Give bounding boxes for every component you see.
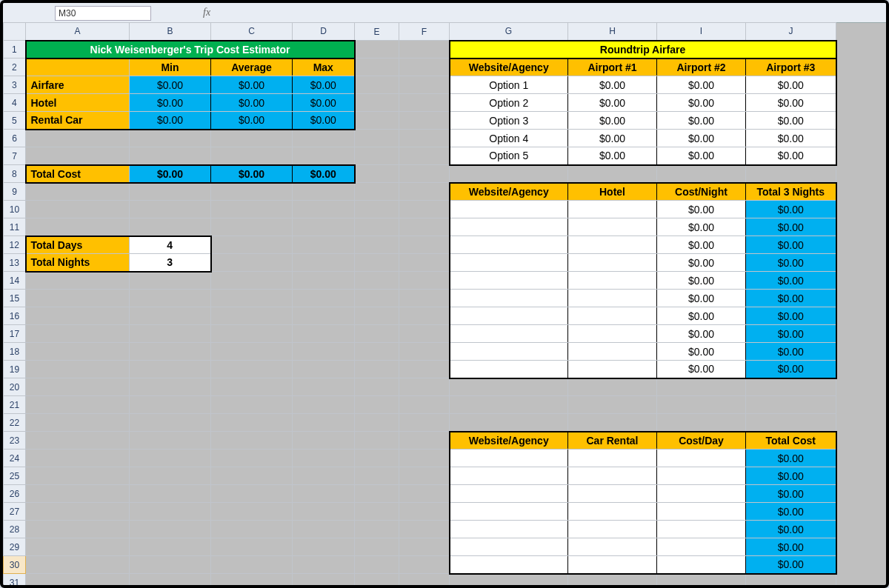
cell-C25[interactable] (211, 467, 293, 485)
cell-H22[interactable] (568, 414, 657, 432)
cell-B11[interactable] (130, 218, 211, 236)
cell-H12[interactable] (568, 236, 657, 254)
cell-J8[interactable] (746, 165, 836, 183)
cell-G1[interactable]: Roundtrip Airfare (450, 41, 836, 59)
cell-A18[interactable] (26, 343, 130, 361)
row-header-29[interactable]: 29 (4, 538, 26, 556)
cell-B20[interactable] (130, 378, 211, 396)
name-box[interactable]: M30 (55, 6, 151, 21)
cell-B28[interactable] (130, 521, 211, 538)
cell-I3[interactable]: $0.00 (657, 76, 746, 94)
cell-E8[interactable] (355, 165, 399, 183)
cell-A3[interactable]: Airfare (26, 76, 130, 94)
row-header-8[interactable]: 8 (4, 165, 26, 183)
cell-I17[interactable]: $0.00 (657, 325, 746, 343)
cell-F10[interactable] (399, 201, 450, 218)
cell-D7[interactable] (293, 147, 355, 165)
cell-E3[interactable] (355, 76, 399, 94)
row-header-21[interactable]: 21 (4, 396, 26, 414)
cell-H9[interactable]: Hotel (568, 183, 657, 201)
cell-A29[interactable] (26, 538, 130, 556)
cell-F17[interactable] (399, 325, 450, 343)
cell-I26[interactable] (657, 485, 746, 503)
cell-H14[interactable] (568, 272, 657, 290)
cell-D16[interactable] (293, 307, 355, 325)
col-header-C[interactable]: C (211, 23, 293, 41)
row-header-26[interactable]: 26 (4, 485, 26, 503)
cell-J12[interactable]: $0.00 (746, 236, 836, 254)
cell-B31[interactable] (130, 574, 211, 586)
cell-F6[interactable] (399, 130, 450, 147)
cell-I29[interactable] (657, 538, 746, 556)
row-header-30[interactable]: 30 (4, 556, 26, 574)
cell-H13[interactable] (568, 254, 657, 272)
cell-C29[interactable] (211, 538, 293, 556)
cell-A12[interactable]: Total Days (26, 236, 130, 254)
cell-D12[interactable] (293, 236, 355, 254)
cell-A28[interactable] (26, 521, 130, 538)
cell-D30[interactable] (293, 556, 355, 574)
cell-F5[interactable] (399, 112, 450, 130)
cell-C19[interactable] (211, 361, 293, 378)
cell-H24[interactable] (568, 450, 657, 467)
cell-D15[interactable] (293, 290, 355, 307)
cell-H30[interactable] (568, 556, 657, 574)
row-header-15[interactable]: 15 (4, 290, 26, 307)
row-header-16[interactable]: 16 (4, 307, 26, 325)
cell-J17[interactable]: $0.00 (746, 325, 836, 343)
row-header-1[interactable]: 1 (4, 41, 26, 59)
cell-G4[interactable]: Option 2 (450, 94, 568, 112)
cell-G5[interactable]: Option 3 (450, 112, 568, 130)
cell-A4[interactable]: Hotel (26, 94, 130, 112)
cell-H3[interactable]: $0.00 (568, 76, 657, 94)
cell-A8[interactable]: Total Cost (26, 165, 130, 183)
fx-icon[interactable]: fx (203, 6, 216, 19)
cell-A9[interactable] (26, 183, 130, 201)
cell-I20[interactable] (657, 378, 746, 396)
cell-I31[interactable] (657, 574, 746, 586)
cell-F23[interactable] (399, 432, 450, 450)
row-header-18[interactable]: 18 (4, 343, 26, 361)
cell-J6[interactable]: $0.00 (746, 130, 836, 147)
cell-I19[interactable]: $0.00 (657, 361, 746, 378)
cell-B7[interactable] (130, 147, 211, 165)
cell-J5[interactable]: $0.00 (746, 112, 836, 130)
cell-D2[interactable]: Max (293, 59, 355, 76)
cell-J4[interactable]: $0.00 (746, 94, 836, 112)
cell-E11[interactable] (355, 218, 399, 236)
row-header-14[interactable]: 14 (4, 272, 26, 290)
cell-G21[interactable] (450, 396, 568, 414)
row-header-17[interactable]: 17 (4, 325, 26, 343)
cell-D6[interactable] (293, 130, 355, 147)
cell-I4[interactable]: $0.00 (657, 94, 746, 112)
cell-F19[interactable] (399, 361, 450, 378)
cell-E23[interactable] (355, 432, 399, 450)
cell-F14[interactable] (399, 272, 450, 290)
cell-D10[interactable] (293, 201, 355, 218)
cell-I8[interactable] (657, 165, 746, 183)
cell-J27[interactable]: $0.00 (746, 503, 836, 521)
cell-G17[interactable] (450, 325, 568, 343)
cell-I28[interactable] (657, 521, 746, 538)
cell-A10[interactable] (26, 201, 130, 218)
cell-H8[interactable] (568, 165, 657, 183)
cell-C9[interactable] (211, 183, 293, 201)
cell-I15[interactable]: $0.00 (657, 290, 746, 307)
row-header-23[interactable]: 23 (4, 432, 26, 450)
cell-H26[interactable] (568, 485, 657, 503)
cell-A19[interactable] (26, 361, 130, 378)
cell-C5[interactable]: $0.00 (211, 112, 293, 130)
cell-F24[interactable] (399, 450, 450, 467)
cell-B26[interactable] (130, 485, 211, 503)
cell-E22[interactable] (355, 414, 399, 432)
cell-H5[interactable]: $0.00 (568, 112, 657, 130)
row-header-6[interactable]: 6 (4, 130, 26, 147)
cell-A26[interactable] (26, 485, 130, 503)
cell-E4[interactable] (355, 94, 399, 112)
cell-C28[interactable] (211, 521, 293, 538)
cell-C12[interactable] (211, 236, 293, 254)
cell-A13[interactable]: Total Nights (26, 254, 130, 272)
cell-E10[interactable] (355, 201, 399, 218)
cell-D13[interactable] (293, 254, 355, 272)
cell-C18[interactable] (211, 343, 293, 361)
